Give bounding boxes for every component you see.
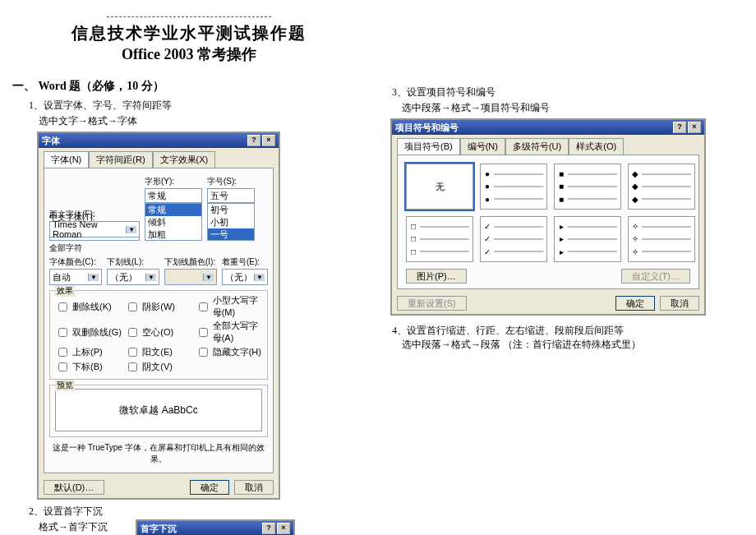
- bullet-opt[interactable]: ✓✓✓: [480, 216, 547, 262]
- dropcap-dialog: 首字下沉 ? × 位置 无(N) W 下沉(D): [136, 519, 295, 535]
- page-title-1: 信息技术学业水平测试操作题: [12, 22, 366, 44]
- size-opt[interactable]: 初号: [208, 204, 254, 216]
- tab-texteffect[interactable]: 文字效果(X): [153, 151, 216, 168]
- size-list[interactable]: 初号 小初 一号 三号 四号: [207, 203, 255, 241]
- chk-emboss[interactable]: 阳文(E): [125, 345, 191, 359]
- font-dialog-title: 字体: [42, 135, 60, 146]
- bullet-opt[interactable]: ■■■: [554, 164, 621, 210]
- style-opt[interactable]: 加粗: [145, 228, 201, 241]
- item-1: 1、设置字体、字号、字符间距等: [29, 99, 366, 113]
- preview-box: 微软卓越 AaBbCc: [55, 389, 262, 431]
- item-3-path: 选中段落→格式→项目符号和编号: [402, 101, 744, 115]
- chevron-down-icon: ▼: [254, 274, 265, 281]
- emphasis-label: 着重号(E):: [222, 256, 268, 268]
- ulcolor-label: 下划线颜色(I):: [164, 256, 217, 268]
- help-button[interactable]: ?: [262, 523, 275, 534]
- ok-button[interactable]: 确定: [190, 480, 229, 495]
- tab-font[interactable]: 字体(N): [44, 151, 89, 168]
- tab-numbers[interactable]: 编号(N): [460, 138, 505, 155]
- style-opt[interactable]: 倾斜: [145, 216, 201, 228]
- picture-button[interactable]: 图片(P)…: [406, 269, 467, 284]
- item-1-path: 选中文字→格式→字体: [39, 114, 366, 128]
- reset-button[interactable]: 重新设置(S): [397, 296, 467, 311]
- chk-sub[interactable]: 下标(B): [55, 360, 122, 374]
- color-label: 字体颜色(C):: [49, 256, 102, 268]
- size-input[interactable]: 五号: [207, 188, 255, 203]
- default-button[interactable]: 默认(D)…: [44, 480, 104, 495]
- bullets-title: 项目符号和编号: [395, 122, 459, 133]
- customize-button[interactable]: 自定义(T)…: [621, 269, 690, 284]
- dropcap-title: 首字下沉: [141, 523, 177, 534]
- chevron-down-icon: ▼: [145, 274, 156, 281]
- chk-dstrike[interactable]: 双删除线(G): [55, 320, 122, 344]
- font-dialog-titlebar: 字体 ? ×: [39, 133, 279, 148]
- tab-spacing[interactable]: 字符间距(R): [89, 151, 152, 168]
- underline-combo[interactable]: （无）▼: [107, 269, 159, 285]
- style-label: 字形(Y):: [145, 176, 202, 187]
- effects-group: 效果 删除线(K) 阴影(W) 小型大写字母(M) 双删除线(G) 空心(O) …: [49, 290, 268, 380]
- chk-smallcaps[interactable]: 小型大写字母(M): [196, 294, 262, 319]
- bullet-opt[interactable]: ●●●: [480, 164, 547, 210]
- effects-label: 效果: [55, 285, 75, 297]
- cancel-button[interactable]: 取消: [660, 296, 699, 311]
- bullet-opt-none[interactable]: 无: [406, 164, 473, 210]
- font-hint: 这是一种 TrueType 字体，在屏幕和打印机上具有相同的效果。: [49, 442, 268, 465]
- chk-allcaps[interactable]: 全部大写字母(A): [196, 320, 262, 344]
- bullet-opt[interactable]: ▸▸▸: [554, 216, 621, 262]
- page-title-2: Office 2003 常考操作: [12, 44, 366, 64]
- preview-label: 预览: [55, 380, 75, 391]
- item-4-path: 选中段落→格式→段落 （注：首行缩进在特殊格式里）: [402, 338, 744, 352]
- font-dialog: 字体 ? × 字体(N) 字符间距(R) 文字效果(X) 中文字体(T): 宋: [37, 131, 280, 500]
- size-opt[interactable]: 一号: [208, 228, 254, 241]
- tab-liststyle[interactable]: 样式表(O): [569, 138, 624, 155]
- chk-strike[interactable]: 删除线(K): [55, 294, 122, 319]
- bullet-opt[interactable]: ◆◆◆: [628, 164, 695, 210]
- close-button[interactable]: ×: [277, 523, 290, 534]
- size-label: 字号(S):: [207, 176, 255, 187]
- help-button[interactable]: ?: [673, 122, 686, 133]
- close-button[interactable]: ×: [262, 135, 275, 146]
- chk-shadow[interactable]: 阴影(W): [125, 294, 191, 319]
- preview-group: 预览 微软卓越 AaBbCc: [49, 385, 268, 437]
- item-3: 3、设置项目符号和编号: [392, 85, 744, 99]
- section-heading-1: 一、 Word 题（必修，10 分）: [12, 79, 366, 94]
- emphasis-combo[interactable]: （无）▼: [222, 269, 268, 285]
- chk-super[interactable]: 上标(P): [55, 345, 122, 359]
- chk-hidden[interactable]: 隐藏文字(H): [196, 345, 262, 359]
- item-4: 4、设置首行缩进、行距、左右缩进、段前段后间距等: [392, 324, 744, 338]
- underline-label: 下划线(L):: [107, 256, 159, 268]
- chevron-down-icon: ▼: [126, 226, 136, 233]
- ok-button[interactable]: 确定: [615, 296, 655, 311]
- en-font-combo[interactable]: Times New Roman▼: [49, 221, 140, 238]
- item-2: 2、设置首字下沉: [29, 505, 366, 519]
- style-opt[interactable]: 常规: [145, 204, 201, 216]
- chevron-down-icon: ▼: [203, 274, 214, 281]
- bullets-dialog: 项目符号和编号 ? × 项目符号(B) 编号(N) 多级符号(U) 样式表(O)…: [390, 118, 706, 316]
- allfont-label: 全部字符: [49, 242, 268, 254]
- tab-multilevel[interactable]: 多级符号(U): [505, 138, 569, 155]
- color-combo[interactable]: 自动▼: [49, 269, 102, 285]
- style-input[interactable]: 常规: [145, 188, 202, 203]
- font-dialog-tabs: 字体(N) 字符间距(R) 文字效果(X): [44, 151, 274, 168]
- style-list[interactable]: 常规 倾斜 加粗 加粗 倾斜: [145, 203, 202, 241]
- en-font-label: 西文字体(F):: [49, 209, 140, 220]
- chk-engrave[interactable]: 阴文(V): [125, 360, 191, 374]
- dropcap-titlebar: 首字下沉 ? ×: [137, 521, 293, 535]
- decor-dotline: [107, 16, 271, 17]
- size-opt[interactable]: 小初: [208, 216, 254, 228]
- chevron-down-icon: ▼: [88, 274, 99, 281]
- ulcolor-combo[interactable]: ▼: [164, 269, 217, 285]
- bullets-tabs: 项目符号(B) 编号(N) 多级符号(U) 样式表(O): [397, 138, 699, 155]
- tab-bullets[interactable]: 项目符号(B): [397, 138, 460, 155]
- close-button[interactable]: ×: [688, 122, 701, 133]
- bullet-grid: 无 ●●● ■■■ ◆◆◆ □□□ ✓✓✓ ▸▸▸ ✧✧✧: [401, 159, 695, 267]
- cancel-button[interactable]: 取消: [234, 480, 274, 495]
- help-button[interactable]: ?: [247, 135, 260, 146]
- chk-outline[interactable]: 空心(O): [125, 320, 191, 344]
- bullet-opt[interactable]: □□□: [406, 216, 473, 262]
- bullet-opt[interactable]: ✧✧✧: [628, 216, 695, 262]
- bullets-titlebar: 项目符号和编号 ? ×: [392, 120, 704, 135]
